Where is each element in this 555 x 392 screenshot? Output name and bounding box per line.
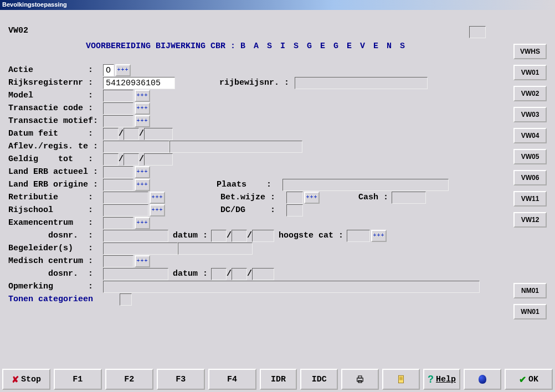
input-geldig-m[interactable] — [124, 153, 139, 166]
row-rijschool: Rijschool : +++ DC/DG : — [8, 204, 303, 216]
label-dosnr1: dosnr. : — [8, 231, 93, 240]
input-erbact[interactable] — [103, 166, 133, 178]
input-actie[interactable]: O — [103, 64, 114, 76]
ok-label: OK — [528, 375, 538, 384]
input-dosnr1[interactable] — [103, 230, 168, 242]
idr-button[interactable]: IDR — [260, 369, 297, 390]
label-tmotief: Transactie motief: — [8, 116, 98, 126]
main-content: VW02 VOORBEREIDING BIJWERKING CBR : B A … — [2, 12, 553, 367]
input-datumfeit-m[interactable] — [124, 128, 139, 140]
sidebar-vw11[interactable]: VW11 — [513, 191, 547, 207]
check-icon: ✔ — [519, 374, 526, 385]
input-tonen[interactable] — [120, 293, 132, 306]
f4-button[interactable]: F4 — [208, 369, 256, 390]
input-medisch[interactable] — [103, 255, 133, 267]
idc-button[interactable]: IDC — [300, 369, 338, 390]
sidebar-vw04[interactable]: VW04 — [513, 128, 547, 143]
lookup-erbor[interactable]: +++ — [135, 179, 150, 191]
input-begel-2[interactable] — [178, 243, 253, 255]
input-aflev-name[interactable] — [169, 141, 302, 153]
label-plaats: Plaats : — [217, 180, 271, 189]
input-model[interactable] — [103, 90, 133, 102]
label-begeleiders: Begeleider(s) : — [8, 244, 93, 253]
row-tmotief: Transactie motief: +++ — [8, 115, 150, 127]
label-aflev: Aflev./regis. te : — [8, 142, 98, 151]
input-dosnr2[interactable] — [103, 268, 168, 280]
footer-toolbar: ✘ Stop F1 F2 F3 F4 IDR IDC ? Help ✔ OK — [2, 369, 553, 390]
lookup-model[interactable]: +++ — [135, 90, 150, 102]
input-datum1-d[interactable] — [211, 230, 227, 242]
sep-slash-2: / — [139, 129, 144, 138]
lookup-hoogstecat[interactable]: +++ — [371, 230, 387, 242]
shield-button[interactable] — [464, 369, 501, 390]
help-label: Help — [436, 375, 456, 384]
row-examen: Examencentrum : +++ — [8, 216, 150, 229]
label-opmerking: Opmerking : — [8, 282, 93, 291]
sidebar-vw06[interactable]: VW06 — [513, 170, 547, 185]
sidebar-vw03[interactable]: VW03 — [513, 107, 547, 122]
input-dcdg[interactable] — [286, 204, 303, 216]
sep-slash-1: / — [119, 129, 124, 138]
top-right-field[interactable] — [469, 26, 486, 38]
lookup-erbact[interactable]: +++ — [135, 166, 150, 178]
label-medisch: Medisch centrum : — [8, 256, 93, 266]
lookup-tcode[interactable]: +++ — [135, 102, 150, 115]
help-button[interactable]: ? Help — [423, 369, 461, 390]
sidebar-wn01[interactable]: WN01 — [513, 304, 547, 319]
stop-button[interactable]: ✘ Stop — [2, 369, 50, 390]
input-hoogstecat[interactable] — [347, 230, 370, 242]
window-title: Bevolkingstoepassing — [2, 1, 67, 8]
input-datum2-d[interactable] — [211, 268, 227, 280]
input-tcode[interactable] — [103, 102, 133, 115]
sidebar: VWHS VW01 VW02 VW03 VW04 VW05 VW06 VW11 … — [513, 44, 547, 319]
input-datum1-m[interactable] — [232, 230, 247, 242]
f3-button[interactable]: F3 — [157, 369, 205, 390]
sidebar-nm01[interactable]: NM01 — [513, 283, 547, 298]
lookup-rijschool[interactable]: +++ — [150, 204, 165, 216]
input-geldig-d[interactable] — [103, 153, 119, 166]
lookup-actie[interactable]: +++ — [115, 64, 131, 76]
lookup-retrib[interactable]: +++ — [150, 192, 165, 204]
input-plaats[interactable] — [282, 179, 449, 191]
input-opmerking[interactable] — [103, 281, 480, 293]
ok-button[interactable]: ✔ OK — [505, 369, 553, 390]
f1-button[interactable]: F1 — [54, 369, 102, 390]
sidebar-vw12[interactable]: VW12 — [513, 212, 547, 228]
input-datumfeit-y[interactable] — [144, 128, 173, 140]
input-betwijze[interactable] — [286, 192, 303, 204]
label-tonen-categorieen[interactable]: Tonen categorieen — [8, 295, 93, 304]
input-geldig-y[interactable] — [144, 153, 173, 166]
sidebar-vw01[interactable]: VW01 — [513, 65, 547, 80]
input-tmotief[interactable] — [103, 115, 133, 127]
sidebar-vw02[interactable]: VW02 — [513, 86, 547, 101]
input-datum1-y[interactable] — [252, 230, 274, 242]
input-rrn[interactable]: 54120936105 — [103, 77, 175, 89]
input-cash[interactable] — [392, 192, 426, 204]
input-retrib[interactable] — [103, 192, 148, 204]
input-datum2-m[interactable] — [232, 268, 247, 280]
input-datum2-y[interactable] — [252, 268, 274, 280]
input-begel-1[interactable] — [103, 243, 178, 255]
print-button[interactable] — [341, 369, 379, 390]
heading-prefix: VOORBEREIDING BIJWERKING CBR : — [86, 42, 235, 51]
label-model: Model : — [8, 91, 93, 100]
lookup-examen[interactable]: +++ — [135, 217, 150, 229]
lookup-medisch[interactable]: +++ — [135, 255, 150, 267]
input-rbn[interactable] — [295, 77, 428, 89]
input-erbor[interactable] — [103, 179, 133, 191]
f2-button[interactable]: F2 — [105, 369, 153, 390]
sidebar-vw05[interactable]: VW05 — [513, 149, 547, 164]
input-datumfeit-d[interactable] — [103, 128, 119, 140]
input-examen[interactable] — [103, 217, 133, 229]
x-icon: ✘ — [12, 374, 19, 385]
sidebar-vwhs[interactable]: VWHS — [513, 44, 547, 59]
document-button[interactable] — [382, 369, 420, 390]
input-rijschool[interactable] — [103, 204, 148, 216]
stop-label: Stop — [21, 375, 41, 384]
row-tcode: Transactie code : +++ — [8, 102, 150, 115]
input-aflev-code[interactable] — [103, 141, 169, 153]
window-titlebar: Bevolkingstoepassing — [0, 0, 555, 10]
lookup-tmotief[interactable]: +++ — [135, 115, 150, 127]
row-opmerking: Opmerking : — [8, 280, 480, 293]
lookup-betwijze[interactable]: +++ — [304, 192, 320, 204]
